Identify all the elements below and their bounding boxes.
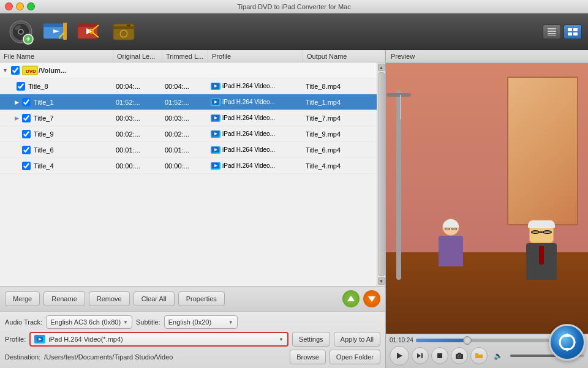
play-icon-6: ▶ bbox=[15, 147, 19, 153]
scroll-up-arrow[interactable]: ▲ bbox=[378, 64, 385, 71]
progress-thumb[interactable] bbox=[463, 336, 472, 345]
svg-rect-27 bbox=[573, 28, 578, 31]
close-button[interactable] bbox=[5, 2, 13, 10]
list-view-button[interactable] bbox=[543, 24, 561, 39]
play-button[interactable] bbox=[390, 346, 409, 366]
row-original-title7: 00:03:... bbox=[113, 110, 162, 126]
clip-video-button[interactable] bbox=[75, 17, 104, 47]
man-head bbox=[529, 220, 554, 243]
svg-rect-18 bbox=[113, 26, 134, 29]
table-row-title7[interactable]: ▶ Title_7 00:03:... 00:03:... iPad H.264… bbox=[0, 110, 377, 126]
audio-value: English AC3 6ch (0x80) bbox=[50, 318, 121, 326]
row-title-6: Title_6 bbox=[34, 146, 54, 154]
svg-rect-28 bbox=[568, 32, 572, 36]
profile-label-6: iPad H.264 Video... bbox=[222, 146, 275, 153]
row-trimmed-title6: 00:01:... bbox=[162, 142, 208, 157]
rename-button[interactable]: Rename bbox=[43, 291, 85, 306]
table-row-title6[interactable]: ▶ Title_6 00:01:... 00:01:... iPad H.264… bbox=[0, 142, 377, 158]
merge-button[interactable]: Merge bbox=[5, 291, 40, 306]
man-glasses-right bbox=[543, 230, 551, 234]
edit-video-button[interactable] bbox=[40, 17, 70, 47]
col-profile: Profile bbox=[208, 50, 303, 62]
add-dvd-button[interactable]: + bbox=[6, 17, 36, 47]
camera-button[interactable] bbox=[451, 347, 468, 364]
row-checkbox-title1[interactable] bbox=[22, 98, 31, 107]
row-checkbox-title9[interactable] bbox=[22, 130, 31, 138]
svg-rect-29 bbox=[573, 32, 578, 36]
group-checkbox[interactable] bbox=[11, 66, 20, 75]
audio-select[interactable]: English AC3 6ch (0x80) ▼ bbox=[46, 315, 132, 329]
move-up-button[interactable] bbox=[342, 290, 360, 307]
iv-bar bbox=[386, 93, 411, 97]
row-trimmed-title4: 00:00:... bbox=[162, 158, 208, 173]
profile-row: Profile: iPad H.264 Video(*.mp4) ▼ Setti… bbox=[5, 332, 380, 347]
apply-to-all-button[interactable]: Apply to All bbox=[334, 332, 380, 347]
main-content: File Name Original Le... Trimmed L... Pr… bbox=[0, 50, 588, 368]
play-indicator: ▶ bbox=[15, 99, 19, 105]
table-row-title9[interactable]: ▶ Title_9 00:02:... 00:02:... iPad H.264… bbox=[0, 126, 377, 142]
file-list-container: File Name Original Le... Trimmed L... Pr… bbox=[0, 50, 385, 286]
row-trimmed-title9: 00:02:... bbox=[162, 126, 208, 141]
svg-marker-45 bbox=[368, 296, 375, 302]
group-label: /Volum... bbox=[39, 67, 66, 74]
row-checkbox-title8[interactable] bbox=[17, 82, 25, 91]
detail-view-button[interactable] bbox=[564, 24, 582, 39]
properties-button[interactable]: Properties bbox=[178, 291, 225, 306]
right-panel: Preview bbox=[386, 50, 588, 368]
folder-button[interactable] bbox=[470, 347, 488, 364]
minimize-button[interactable] bbox=[16, 2, 24, 10]
forward-button[interactable] bbox=[412, 347, 429, 364]
audio-select-arrow: ▼ bbox=[123, 320, 128, 325]
profile-label-8: iPad H.264 Video... bbox=[222, 83, 275, 89]
svg-marker-44 bbox=[347, 296, 355, 301]
svg-text:+: + bbox=[26, 35, 30, 43]
time-current: 01:10:24 bbox=[390, 337, 413, 344]
svg-rect-14 bbox=[78, 24, 97, 27]
scroll-down-arrow[interactable]: ▼ bbox=[378, 277, 385, 285]
group-original bbox=[113, 62, 162, 78]
progress-bar[interactable] bbox=[416, 339, 558, 342]
svg-rect-25 bbox=[548, 36, 556, 36]
progress-fill bbox=[416, 339, 467, 342]
table-row-title4[interactable]: ▶ Title_4 00:00:... 00:00:... iPad H.264… bbox=[0, 158, 377, 174]
browse-button[interactable]: Browse bbox=[290, 350, 326, 364]
table-row[interactable]: Title_8 00:04:... 00:04:... iPad H.264 V… bbox=[0, 78, 377, 94]
row-checkbox-title4[interactable] bbox=[22, 162, 31, 170]
stop-button[interactable] bbox=[431, 347, 448, 364]
destination-label: Destination: bbox=[5, 353, 40, 361]
scrollbar[interactable]: ▲ ▼ bbox=[377, 62, 385, 286]
convert-button[interactable] bbox=[549, 324, 586, 361]
subtitle-select[interactable]: English (0x20) ▼ bbox=[164, 315, 238, 329]
profile-label-9: iPad H.264 Video... bbox=[222, 130, 275, 137]
row-output-title8: Title_8.mp4 bbox=[303, 78, 377, 94]
row-profile-title4: iPad H.264 Video... bbox=[208, 158, 303, 173]
table-row-selected[interactable]: ▶ Title_1 01:52:... 01:52:... iPad H.264… bbox=[0, 94, 377, 110]
col-filename: File Name bbox=[0, 50, 113, 62]
window bbox=[507, 77, 578, 225]
row-original-title6: 00:01:... bbox=[113, 142, 162, 157]
clear-all-button[interactable]: Clear All bbox=[134, 291, 175, 306]
title-bar: Tipard DVD to iPad Converter for Mac bbox=[0, 0, 588, 13]
profile-select[interactable]: iPad H.264 Video(*.mp4) ▼ bbox=[29, 332, 288, 347]
settings-button[interactable]: Settings bbox=[292, 332, 330, 347]
figure-woman bbox=[426, 219, 475, 266]
remove-button[interactable]: Remove bbox=[89, 291, 130, 306]
move-down-button[interactable] bbox=[363, 290, 380, 307]
row-checkbox-title7[interactable] bbox=[22, 114, 31, 122]
dvd-icon: DVD bbox=[21, 64, 39, 77]
preview-video bbox=[386, 63, 588, 334]
row-checkbox-title6[interactable] bbox=[22, 146, 31, 154]
snapshot-button[interactable] bbox=[109, 17, 138, 47]
play-icon-9: ▶ bbox=[15, 131, 19, 137]
figure-man bbox=[511, 220, 572, 280]
svg-rect-26 bbox=[568, 28, 572, 31]
button-bar: Merge Rename Remove Clear All Properties bbox=[0, 286, 385, 311]
table-row-group[interactable]: ▼ DVD /Volum... bbox=[0, 62, 377, 78]
maximize-button[interactable] bbox=[27, 2, 35, 10]
row-profile-title6: iPad H.264 Video... bbox=[208, 142, 303, 157]
expand-group-icon[interactable]: ▼ bbox=[2, 67, 8, 73]
destination-path: /Users/test/Documents/Tipard Studio/Vide… bbox=[44, 353, 173, 361]
scroll-thumb[interactable] bbox=[379, 72, 385, 276]
open-folder-button[interactable]: Open Folder bbox=[330, 350, 380, 364]
row-output-title6: Title_6.mp4 bbox=[303, 142, 377, 157]
